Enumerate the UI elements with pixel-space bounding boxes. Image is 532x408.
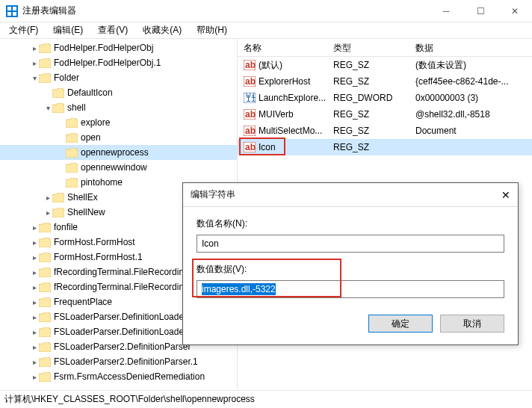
folder-icon	[39, 282, 51, 292]
list-row[interactable]: abMUIVerbREG_SZ@shell32.dll,-8518	[238, 106, 532, 123]
menu-help[interactable]: 帮助(H)	[192, 22, 232, 38]
col-name[interactable]: 名称	[238, 39, 327, 56]
tree-node-fsloaderparser2-definitionparser-1[interactable]: ▸FSLoaderParser2.DefinitionParser.1	[0, 354, 237, 369]
minimize-button[interactable]: ─	[429, 0, 463, 22]
tree-label: FSLoaderParser.DefinitionLoader.1	[54, 327, 194, 337]
folder-icon	[39, 223, 51, 232]
tree-label: opennewwindow	[81, 162, 147, 173]
value-name: (默认)	[259, 59, 282, 72]
dialog-titlebar[interactable]: 编辑字符串 ✕	[183, 183, 518, 207]
cell-type: REG_SZ	[327, 109, 409, 120]
tree-label: ShellEx	[67, 192, 98, 203]
folder-icon	[52, 103, 64, 113]
tree-toggle[interactable]: ▸	[43, 194, 52, 202]
tree-toggle[interactable]: ▸	[30, 59, 39, 67]
value-name: Icon	[259, 142, 276, 152]
list-row[interactable]: 011110LaunchExplore...REG_DWORD0x0000000…	[238, 90, 532, 106]
close-button[interactable]: ✕	[498, 0, 532, 22]
tree-toggle[interactable]: ▸	[30, 44, 39, 52]
cell-name: abExplorerHost	[238, 76, 327, 87]
tree-node-fodhelper-fodhelperobj[interactable]: ▸FodHelper.FodHelperObj	[0, 40, 237, 55]
tree-node-shell[interactable]: ▾shell	[0, 100, 237, 115]
tree-label: opennewprocess	[81, 147, 149, 158]
menu-file[interactable]: 文件(F)	[4, 22, 43, 38]
svg-text:ab: ab	[245, 126, 256, 136]
string-value-icon: ab	[244, 142, 256, 152]
value-data-label: 数值数据(V):	[197, 263, 504, 276]
tree-toggle[interactable]: ▸	[30, 253, 39, 262]
value-name: MUIVerb	[259, 109, 294, 120]
tree-label: FodHelper.FodHelperObj	[54, 43, 153, 53]
tree-label: pintohome	[81, 177, 123, 188]
binary-value-icon: 011110	[244, 93, 256, 103]
cell-name: abIcon	[238, 142, 327, 152]
cancel-button[interactable]: 取消	[440, 315, 504, 333]
tree-toggle[interactable]: ▸	[30, 343, 39, 351]
cell-name: abMUIVerb	[238, 109, 327, 120]
cell-data: @shell32.dll,-8518	[409, 109, 532, 120]
folder-icon	[52, 193, 64, 203]
tree-toggle[interactable]: ▸	[30, 268, 39, 276]
tree-label: FormHost.FormHost.1	[54, 252, 143, 262]
titlebar: 注册表编辑器 ─ ☐ ✕	[0, 0, 532, 22]
list-row[interactable]: abIconREG_SZ	[238, 139, 532, 155]
folder-icon	[39, 238, 51, 247]
value-data-input[interactable]: imageres.dll,-5322	[197, 280, 504, 298]
tree-label: FSLoaderParser2.DefinitionParser	[54, 341, 191, 352]
tree-toggle[interactable]: ▸	[30, 328, 39, 336]
tree-toggle[interactable]: ▸	[30, 358, 39, 366]
tree-toggle[interactable]: ▾	[30, 74, 39, 82]
folder-icon	[39, 43, 51, 53]
list-row[interactable]: abExplorerHostREG_SZ{ceff45ee-c862-41de-…	[238, 73, 532, 90]
string-value-icon: ab	[244, 109, 256, 120]
tree-node-fsrm-fsrmaccessdeniedremediation[interactable]: ▸Fsrm.FsrmAccessDeniedRemediation	[0, 369, 237, 384]
tree-label: DefaultIcon	[67, 87, 113, 98]
tree-label: shell	[67, 102, 86, 113]
tree-node-opennewprocess[interactable]: opennewprocess	[0, 145, 237, 160]
tree-node-explore[interactable]: explore	[0, 115, 237, 130]
tree-label: FSLoaderParser.DefinitionLoader	[54, 312, 187, 322]
list-row[interactable]: ab(默认)REG_SZ(数值未设置)	[238, 57, 532, 73]
svg-text:ab: ab	[245, 76, 256, 87]
cell-type: REG_DWORD	[327, 93, 409, 103]
svg-text:110: 110	[246, 93, 256, 103]
tree-toggle[interactable]: ▸	[30, 313, 39, 321]
menu-favorites[interactable]: 收藏夹(A)	[138, 22, 186, 38]
folder-icon	[66, 148, 78, 158]
value-name: LaunchExplore...	[259, 93, 326, 103]
tree-node-open[interactable]: open	[0, 130, 237, 145]
ok-button[interactable]: 确定	[368, 315, 433, 333]
cell-name: ab(默认)	[238, 59, 327, 72]
tree-toggle[interactable]: ▸	[30, 373, 39, 381]
tree-toggle[interactable]: ▸	[30, 223, 39, 232]
tree-toggle[interactable]: ▸	[30, 298, 39, 306]
col-data[interactable]: 数据	[409, 39, 532, 56]
dialog-close-button[interactable]: ✕	[488, 189, 510, 201]
svg-text:ab: ab	[245, 60, 256, 70]
tree-label: explore	[81, 117, 110, 128]
tree-toggle[interactable]: ▾	[43, 104, 52, 112]
col-type[interactable]: 类型	[327, 39, 409, 56]
cell-name: abMultiSelectMo...	[238, 126, 327, 136]
menu-view[interactable]: 查看(V)	[93, 22, 132, 38]
tree-node-defaulticon[interactable]: DefaultIcon	[0, 85, 237, 100]
tree-toggle[interactable]: ▸	[30, 283, 39, 291]
cell-type: REG_SZ	[327, 60, 409, 70]
tree-label: fonfile	[54, 222, 78, 232]
svg-rect-1	[13, 7, 16, 10]
value-name-input[interactable]	[197, 235, 504, 253]
tree-toggle[interactable]: ▸	[30, 238, 39, 247]
menu-edit[interactable]: 编辑(E)	[49, 22, 87, 38]
maximize-button[interactable]: ☐	[463, 0, 498, 22]
tree-node-folder[interactable]: ▾Folder	[0, 70, 237, 85]
list-row[interactable]: abMultiSelectMo...REG_SZDocument	[238, 123, 532, 139]
list-header: 名称 类型 数据	[238, 39, 532, 57]
folder-icon	[66, 178, 78, 188]
cell-name: 011110LaunchExplore...	[238, 93, 327, 103]
folder-icon	[39, 372, 51, 382]
tree-toggle[interactable]: ▸	[43, 208, 52, 217]
cell-type: REG_SZ	[327, 76, 409, 87]
value-name: MultiSelectMo...	[259, 126, 322, 136]
tree-node-opennewwindow[interactable]: opennewwindow	[0, 160, 237, 175]
tree-node-fodhelper-fodhelperobj-1[interactable]: ▸FodHelper.FodHelperObj.1	[0, 55, 237, 70]
